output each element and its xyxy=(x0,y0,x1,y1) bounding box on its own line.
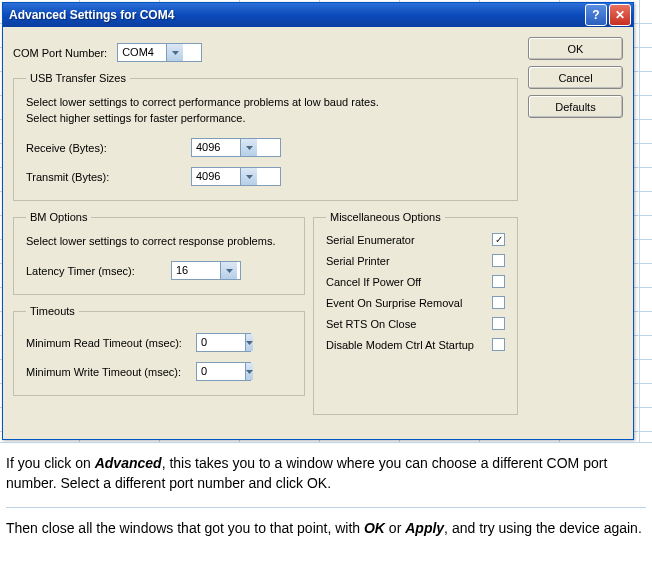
usb-help-2: Select higher settings for faster perfor… xyxy=(26,110,505,126)
latency-value: 16 xyxy=(172,262,220,279)
min-write-label: Minimum Write Timeout (msec): xyxy=(26,366,196,378)
instr-advanced: Advanced xyxy=(95,455,162,471)
serial-printer-label: Serial Printer xyxy=(326,255,390,267)
usb-help-1: Select lower settings to correct perform… xyxy=(26,94,505,110)
com-port-value: COM4 xyxy=(118,44,166,61)
receive-value: 4096 xyxy=(192,139,240,156)
serial-printer-checkbox[interactable] xyxy=(492,254,505,267)
instr-1a: If you click on xyxy=(6,455,95,471)
bm-help: Select lower settings to correct respons… xyxy=(26,233,292,249)
defaults-button[interactable]: Defaults xyxy=(528,95,623,118)
com-port-select[interactable]: COM4 xyxy=(117,43,202,62)
usb-transfer-legend: USB Transfer Sizes xyxy=(26,72,130,84)
help-icon: ? xyxy=(592,3,599,27)
advanced-settings-dialog: Advanced Settings for COM4 ? ✕ COM Port … xyxy=(2,2,634,440)
latency-select[interactable]: 16 xyxy=(171,261,241,280)
help-button[interactable]: ? xyxy=(585,4,607,26)
event-surprise-label: Event On Surprise Removal xyxy=(326,297,462,309)
close-icon: ✕ xyxy=(615,3,625,27)
dropdown-arrow-icon xyxy=(245,334,253,351)
event-surprise-checkbox[interactable] xyxy=(492,296,505,309)
disable-modem-label: Disable Modem Ctrl At Startup xyxy=(326,339,474,351)
usb-transfer-group: USB Transfer Sizes Select lower settings… xyxy=(13,72,518,201)
misc-legend: Miscellaneous Options xyxy=(326,211,445,223)
min-read-value: 0 xyxy=(197,334,245,351)
instr-ok: OK xyxy=(364,520,385,536)
timeouts-group: Timeouts Minimum Read Timeout (msec): 0 … xyxy=(13,305,305,396)
dropdown-arrow-icon xyxy=(166,44,183,61)
disable-modem-checkbox[interactable] xyxy=(492,338,505,351)
titlebar[interactable]: Advanced Settings for COM4 ? ✕ xyxy=(3,3,633,27)
receive-label: Receive (Bytes): xyxy=(26,142,191,154)
timeouts-legend: Timeouts xyxy=(26,305,79,317)
bm-options-group: BM Options Select lower settings to corr… xyxy=(13,211,305,295)
min-write-value: 0 xyxy=(197,363,245,380)
bm-options-legend: BM Options xyxy=(26,211,91,223)
instr-2c: , and try using the device again. xyxy=(444,520,642,536)
instr-2b: or xyxy=(385,520,405,536)
instr-2a: Then close all the windows that got you … xyxy=(6,520,364,536)
ok-button[interactable]: OK xyxy=(528,37,623,60)
window-title: Advanced Settings for COM4 xyxy=(9,3,583,27)
min-read-select[interactable]: 0 xyxy=(196,333,251,352)
cancel-poweroff-label: Cancel If Power Off xyxy=(326,276,421,288)
serial-enumerator-checkbox[interactable] xyxy=(492,233,505,246)
dropdown-arrow-icon xyxy=(240,139,257,156)
set-rts-label: Set RTS On Close xyxy=(326,318,416,330)
instr-apply: Apply xyxy=(405,520,444,536)
instructions-block-1: If you click on Advanced, this takes you… xyxy=(0,442,652,548)
cancel-poweroff-checkbox[interactable] xyxy=(492,275,505,288)
misc-options-group: Miscellaneous Options Serial Enumerator … xyxy=(313,211,518,415)
transmit-select[interactable]: 4096 xyxy=(191,167,281,186)
instructions-block-2: Then close all the windows that got you … xyxy=(6,507,646,538)
dropdown-arrow-icon xyxy=(245,363,253,380)
receive-select[interactable]: 4096 xyxy=(191,138,281,157)
latency-label: Latency Timer (msec): xyxy=(26,265,171,277)
com-port-label: COM Port Number: xyxy=(13,47,107,59)
min-read-label: Minimum Read Timeout (msec): xyxy=(26,337,196,349)
transmit-value: 4096 xyxy=(192,168,240,185)
dropdown-arrow-icon xyxy=(220,262,237,279)
set-rts-checkbox[interactable] xyxy=(492,317,505,330)
serial-enumerator-label: Serial Enumerator xyxy=(326,234,415,246)
min-write-select[interactable]: 0 xyxy=(196,362,251,381)
cancel-button[interactable]: Cancel xyxy=(528,66,623,89)
close-button[interactable]: ✕ xyxy=(609,4,631,26)
transmit-label: Transmit (Bytes): xyxy=(26,171,191,183)
dropdown-arrow-icon xyxy=(240,168,257,185)
